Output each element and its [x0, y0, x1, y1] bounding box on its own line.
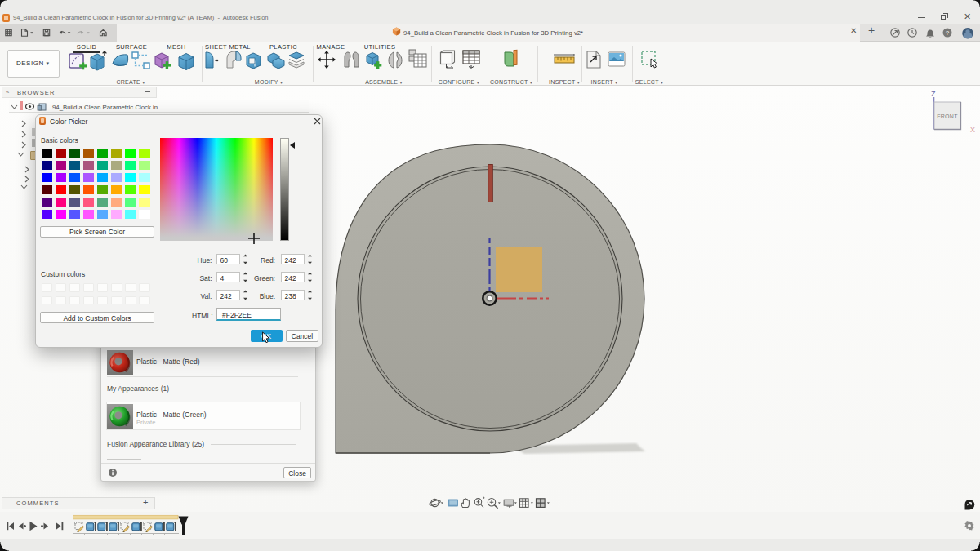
svg-text:Z: Z: [931, 90, 936, 98]
svg-text:FRONT: FRONT: [937, 113, 958, 119]
svg-text:X: X: [970, 126, 975, 134]
svg-text:?: ?: [946, 29, 950, 37]
